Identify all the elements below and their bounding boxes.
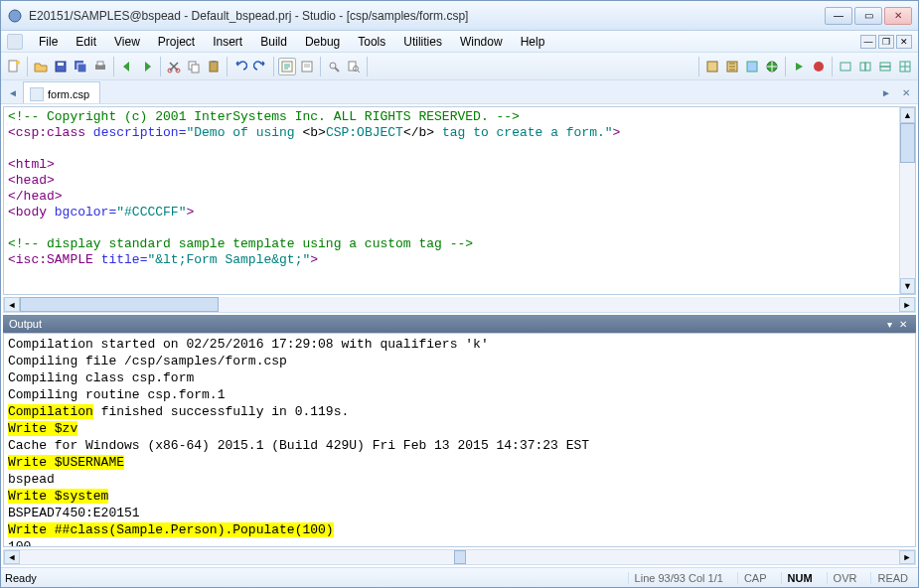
out-hscroll-thumb[interactable] (454, 550, 466, 564)
save-all-icon[interactable] (72, 58, 89, 75)
mdi-close-button[interactable]: ✕ (896, 35, 912, 49)
print-icon[interactable] (91, 58, 109, 75)
menu-utilities[interactable]: Utilities (395, 33, 450, 51)
toolbar (1, 53, 918, 80)
scroll-down-button[interactable]: ▼ (900, 278, 915, 294)
menu-insert[interactable]: Insert (205, 33, 250, 51)
status-read: READ (870, 572, 914, 584)
out-scroll-right-button[interactable]: ► (899, 550, 915, 564)
view-code-icon[interactable] (278, 58, 296, 75)
svg-rect-34 (865, 63, 870, 71)
minimize-button[interactable]: — (825, 7, 852, 25)
menubar: FileEditViewProjectInsertBuildDebugTools… (1, 31, 918, 53)
view-other-icon[interactable] (298, 58, 316, 75)
compile-icon[interactable] (703, 58, 721, 75)
output-horizontal-scrollbar[interactable]: ◄ ► (3, 549, 916, 565)
open-icon[interactable] (32, 58, 50, 75)
statusbar: Ready Line 93/93 Col 1/1 CAP NUM OVR REA… (1, 567, 918, 587)
svg-rect-35 (880, 63, 890, 67)
tab-close-button[interactable]: ✕ (896, 81, 916, 103)
build-icon[interactable] (723, 58, 741, 75)
menu-file[interactable]: File (31, 33, 66, 51)
menu-build[interactable]: Build (252, 33, 295, 51)
svg-rect-29 (747, 62, 757, 72)
tab-next-button[interactable]: ► (876, 81, 896, 103)
output-panel-dropdown-button[interactable]: ▾ (882, 317, 896, 331)
mdi-minimize-button[interactable]: — (860, 35, 876, 49)
debug-stop-icon[interactable] (810, 58, 828, 75)
forward-icon[interactable] (138, 58, 156, 75)
titlebar: E20151/SAMPLES@bspead - Default_bspead.p… (1, 1, 918, 31)
status-ready: Ready (5, 572, 37, 584)
svg-rect-13 (210, 62, 218, 72)
menu-project[interactable]: Project (150, 33, 203, 51)
svg-rect-12 (192, 65, 199, 73)
new-icon[interactable] (5, 58, 23, 75)
status-num: NUM (781, 572, 819, 584)
scroll-up-button[interactable]: ▲ (900, 107, 915, 123)
menu-help[interactable]: Help (513, 33, 553, 51)
save-icon[interactable] (52, 58, 70, 75)
menu-debug[interactable]: Debug (297, 33, 348, 51)
menu-view[interactable]: View (106, 33, 148, 51)
out-scroll-left-button[interactable]: ◄ (4, 550, 20, 564)
find-in-files-icon[interactable] (345, 58, 363, 75)
svg-rect-8 (97, 62, 103, 66)
output-panel-label: Output (9, 318, 42, 330)
scroll-thumb[interactable] (900, 123, 915, 163)
redo-icon[interactable] (251, 58, 269, 75)
window-1-icon[interactable] (837, 58, 854, 75)
paste-icon[interactable] (205, 58, 223, 75)
svg-line-23 (335, 68, 339, 72)
svg-point-2 (16, 61, 20, 65)
output-panel[interactable]: Compilation started on 02/25/2016 17:29:… (3, 333, 916, 547)
maximize-button[interactable]: ▭ (854, 7, 882, 25)
svg-rect-36 (880, 67, 890, 71)
close-button[interactable]: ✕ (884, 7, 912, 25)
status-position: Line 93/93 Col 1/1 (628, 572, 729, 584)
copy-icon[interactable] (185, 58, 203, 75)
svg-rect-27 (707, 62, 717, 72)
window-2-icon[interactable] (856, 58, 874, 75)
mdi-restore-button[interactable]: ❐ (878, 35, 894, 49)
studio-icon (7, 34, 23, 50)
output-panel-title: Output ▾ ✕ (3, 315, 916, 333)
status-cap: CAP (737, 572, 773, 584)
main-window: E20151/SAMPLES@bspead - Default_bspead.p… (0, 0, 919, 588)
editor-horizontal-scrollbar[interactable]: ◄ ► (3, 297, 916, 313)
scroll-left-button[interactable]: ◄ (4, 297, 20, 312)
code-editor[interactable]: <!-- Copyright (c) 2001 InterSystems Inc… (4, 107, 899, 294)
editor-vertical-scrollbar[interactable]: ▲ ▼ (899, 107, 915, 294)
menu-window[interactable]: Window (452, 33, 511, 51)
menu-edit[interactable]: Edit (68, 33, 104, 51)
debug-go-icon[interactable] (790, 58, 808, 75)
web-icon[interactable] (763, 58, 781, 75)
svg-rect-1 (9, 61, 17, 72)
window-4-icon[interactable] (896, 58, 914, 75)
svg-rect-6 (77, 64, 86, 73)
app-icon (7, 8, 23, 24)
undo-icon[interactable] (231, 58, 249, 75)
tab-bar: ◄ form.csp ► ✕ (1, 80, 918, 104)
scroll-right-button[interactable]: ► (899, 297, 915, 312)
svg-rect-33 (860, 63, 865, 71)
find-icon[interactable] (325, 58, 343, 75)
window-title: E20151/SAMPLES@bspead - Default_bspead.p… (29, 9, 825, 23)
svg-rect-32 (841, 63, 850, 71)
svg-point-0 (9, 10, 21, 22)
svg-line-26 (358, 71, 360, 73)
tab-form-csp[interactable]: form.csp (23, 81, 100, 103)
cut-icon[interactable] (165, 58, 183, 75)
menu-tools[interactable]: Tools (350, 33, 393, 51)
tab-prev-button[interactable]: ◄ (3, 81, 23, 103)
hscroll-thumb[interactable] (20, 297, 219, 312)
rebuild-icon[interactable] (743, 58, 761, 75)
tab-label: form.csp (48, 88, 89, 100)
file-icon (30, 87, 44, 101)
svg-rect-14 (212, 61, 216, 63)
window-3-icon[interactable] (876, 58, 894, 75)
svg-rect-4 (58, 63, 64, 66)
svg-point-31 (814, 62, 824, 72)
back-icon[interactable] (118, 58, 136, 75)
output-panel-close-button[interactable]: ✕ (896, 317, 910, 331)
